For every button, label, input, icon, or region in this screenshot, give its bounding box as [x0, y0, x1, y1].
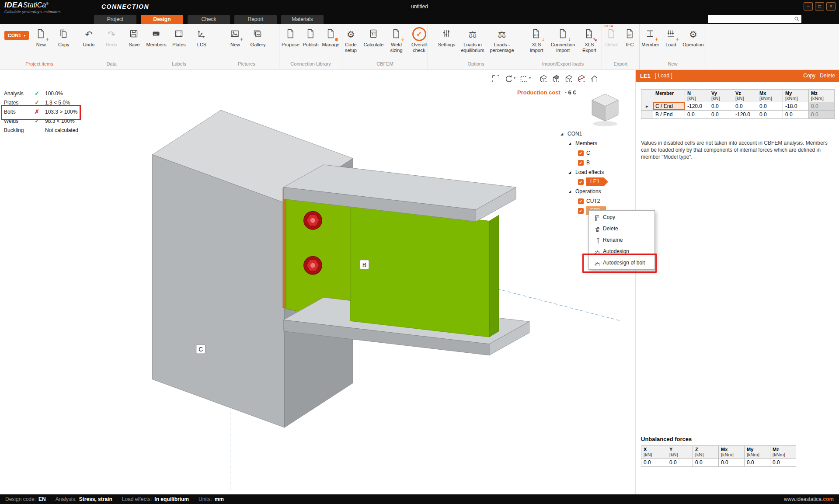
tree-node-con1[interactable]: ◢ CON1	[560, 129, 606, 139]
close-button[interactable]: ×	[826, 2, 836, 10]
box-select-button[interactable]	[518, 73, 528, 83]
vz-cell[interactable]: 0.0	[733, 102, 757, 111]
loads-percentage-toggle[interactable]: ⚖ Loads - percentage	[488, 27, 516, 53]
checkbox-checked-icon[interactable]: ✓	[578, 198, 584, 204]
navigation-cube[interactable]	[584, 90, 626, 127]
n-cell[interactable]: -120.0	[685, 102, 709, 111]
checkbox-checked-icon[interactable]: ✓	[578, 150, 584, 156]
xls-import-button[interactable]: ↓ XLS Import	[525, 27, 549, 53]
tree-expander-icon[interactable]: ◢	[568, 190, 573, 194]
new-picture-button[interactable]: + New	[225, 27, 246, 48]
new-member-button[interactable]: + Member	[640, 27, 661, 48]
tree-node-cut2[interactable]: ✓ CUT2	[578, 196, 606, 206]
menu-item-copy[interactable]: Copy	[590, 212, 654, 223]
tree-expander-icon[interactable]: ◢	[568, 142, 573, 146]
minimize-button[interactable]: –	[804, 2, 813, 10]
my-cell[interactable]: 0.0	[783, 111, 809, 119]
checkbox-checked-icon[interactable]: ✓	[578, 208, 584, 214]
save-button[interactable]: Save	[124, 27, 145, 48]
chevron-down-icon[interactable]: ▾	[514, 76, 515, 80]
loads-in-equilibrium-toggle[interactable]: ⚖ Loads in equilibrium	[459, 27, 487, 53]
publish-button[interactable]: Publish	[301, 27, 321, 48]
tree-node-member-b[interactable]: ✓ B	[578, 158, 606, 167]
new-connection-button[interactable]: + New	[30, 27, 52, 48]
result-row-buckling[interactable]: Buckling Not calculated	[4, 125, 78, 135]
iso-view-button[interactable]	[537, 73, 548, 83]
my-cell[interactable]: -18.0	[783, 102, 809, 111]
bolt-bottom[interactable]	[304, 256, 322, 275]
shaded-view-button[interactable]	[550, 73, 560, 83]
member-label-b[interactable]: B	[360, 260, 369, 269]
tree-expander-icon[interactable]: ◢	[568, 170, 573, 174]
bolt-top[interactable]	[304, 211, 322, 229]
vz-cell[interactable]: -120.0	[733, 111, 757, 119]
code-setup-button[interactable]: ⚙ Code setup	[340, 27, 362, 53]
load-table-row-c-end[interactable]: ▸ C / End -120.0 0.0 0.0 0.0 -18.0 0.0	[641, 102, 835, 111]
member-label-c[interactable]: C	[196, 344, 205, 354]
menu-item-delete[interactable]: Delete	[590, 223, 654, 234]
active-connection-dropdown[interactable]: CON1 ▾	[4, 31, 29, 40]
checkbox-checked-icon[interactable]: ✓	[578, 179, 584, 185]
result-row-welds[interactable]: Welds ✓ 98.3 < 100%	[4, 116, 78, 125]
tab-design[interactable]: Design	[141, 15, 183, 24]
new-operation-button[interactable]: ⚙ Operation	[681, 27, 706, 48]
home-view-button[interactable]	[588, 73, 599, 83]
menu-item-autodesign-of-bolt[interactable]: Autodesign of bolt	[590, 257, 654, 268]
labels-plates-toggle[interactable]: Plates	[168, 27, 190, 48]
manage-button[interactable]: ⚙ Manage	[321, 27, 341, 48]
tab-check[interactable]: Check	[188, 15, 230, 24]
tab-report[interactable]: Report	[234, 15, 277, 24]
undo-button[interactable]: ↶ Undo	[78, 27, 100, 48]
ifc-export-button[interactable]: IFC	[621, 27, 639, 48]
tab-materials[interactable]: Materials	[281, 15, 324, 24]
settings-button[interactable]: Settings	[436, 27, 457, 48]
website-link[interactable]: www.ideastatica.com	[784, 496, 834, 502]
copy-load-effect-button[interactable]: Copy	[803, 73, 815, 79]
weld-sizing-button[interactable]: ÷ Weld sizing	[386, 27, 407, 53]
result-row-plates[interactable]: Plates ✓ 1.3 < 5.0%	[4, 98, 78, 107]
tree-node-operations[interactable]: ◢ Operations	[568, 187, 606, 196]
labels-lcs-toggle[interactable]: LCS	[191, 27, 212, 48]
mx-cell[interactable]: 0.0	[757, 111, 783, 119]
section-view-button[interactable]	[575, 73, 586, 83]
member-end-cell[interactable]: C / End	[653, 102, 685, 111]
tree-node-le1[interactable]: ✓ LE1	[578, 177, 606, 187]
member-end-cell[interactable]: B / End	[653, 111, 685, 119]
connection-import-button[interactable]: ↓ Connection Import	[550, 27, 576, 53]
copy-connection-button[interactable]: Copy	[53, 27, 74, 48]
tab-project[interactable]: Project	[94, 15, 136, 24]
xls-export-button[interactable]: ↘ XLS Export	[578, 27, 602, 53]
redo-button[interactable]: ↷ Redo	[101, 27, 122, 48]
overall-check-button[interactable]: ✓ Overall check	[408, 27, 430, 53]
search-input[interactable]	[710, 16, 794, 22]
gallery-button[interactable]: Gallery	[247, 27, 269, 48]
chevron-down-icon[interactable]: ▾	[529, 76, 531, 80]
detail-export-button[interactable]: BETA Detail	[602, 27, 621, 48]
selected-load-effect[interactable]: LE1	[586, 177, 604, 186]
wireframe-view-button[interactable]	[563, 73, 573, 83]
tree-node-members[interactable]: ◢ Members	[568, 139, 606, 148]
calculate-button[interactable]: Calculate	[363, 27, 384, 48]
maximize-button[interactable]: □	[815, 2, 824, 10]
checkbox-checked-icon[interactable]: ✓	[578, 160, 584, 166]
menu-item-autodesign[interactable]: Autodesign	[590, 246, 654, 257]
vy-cell[interactable]: 0.0	[709, 102, 733, 111]
3d-viewport[interactable]: B C	[0, 70, 635, 494]
labels-members-toggle[interactable]: Members	[146, 27, 167, 48]
mx-cell[interactable]: 0.0	[757, 102, 783, 111]
rotate-view-button[interactable]	[502, 73, 513, 83]
new-load-button[interactable]: + Load	[662, 27, 680, 48]
tree-node-load-effects[interactable]: ◢ Load effects	[568, 167, 606, 177]
result-row-bolts[interactable]: Bolts ✗ 103.3 > 100%	[4, 107, 78, 116]
menu-item-rename[interactable]: Rename	[590, 234, 654, 246]
search-icon[interactable]	[794, 16, 800, 22]
propose-button[interactable]: ÷ Propose	[281, 27, 301, 48]
load-table-row-b-end[interactable]: B / End 0.0 0.0 -120.0 0.0 0.0 0.0	[641, 111, 835, 119]
result-row-analysis[interactable]: Analysis ✓ 100.0%	[4, 89, 78, 98]
fit-view-button[interactable]	[490, 73, 500, 83]
tree-expander-icon[interactable]: ◢	[560, 132, 565, 136]
delete-load-effect-button[interactable]: Delete	[820, 73, 835, 79]
tree-node-member-c[interactable]: ✓ C	[578, 148, 606, 158]
vy-cell[interactable]: 0.0	[709, 111, 733, 119]
n-cell[interactable]: 0.0	[685, 111, 709, 119]
